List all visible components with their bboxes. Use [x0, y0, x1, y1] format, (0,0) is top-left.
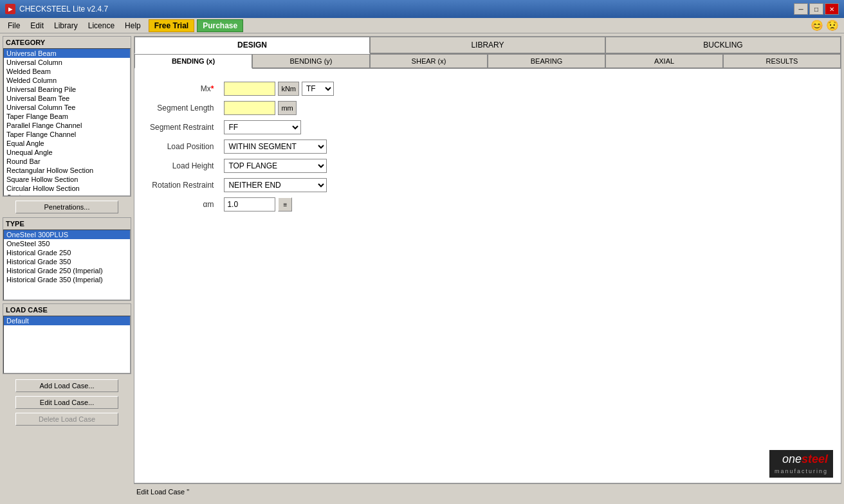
list-item[interactable]: Equal Angle — [4, 139, 130, 148]
menu-help[interactable]: Help — [120, 20, 146, 32]
top-tabs: DESIGN LIBRARY BUCKLING — [134, 37, 841, 54]
logo-one: one — [782, 453, 802, 465]
tab-buckling[interactable]: BUCKLING — [605, 37, 841, 53]
list-item[interactable]: Historical Grade 250 — [4, 248, 130, 257]
menu-licence[interactable]: Licence — [83, 20, 120, 32]
tab-bearing[interactable]: BEARING — [488, 54, 605, 68]
category-section: CATEGORY Universal BeamUniversal ColumnW… — [3, 36, 131, 197]
category-header: CATEGORY — [3, 37, 131, 48]
titlebar: ▶ CHECKSTEEL Lite v2.4.7 ─ □ ✕ — [0, 0, 844, 18]
list-item[interactable]: Unequal Angle — [4, 148, 130, 157]
tab-library[interactable]: LIBRARY — [370, 37, 605, 53]
tab-axial[interactable]: AXIAL — [605, 54, 723, 68]
list-item[interactable]: Historical Grade 350 — [4, 257, 130, 266]
alpha-m-text: αm — [203, 200, 214, 209]
load-height-field-cell: TOP FLANGESHEAR CENTREBOTTOM FLANGE — [219, 156, 339, 176]
tab-bending-y[interactable]: BENDING (y) — [252, 54, 370, 68]
list-item[interactable]: Historical Grade 250 (Imperial) — [4, 266, 130, 275]
loadcase-listbox[interactable]: Default — [3, 316, 131, 374]
list-item[interactable]: OneSteel 350 — [4, 239, 130, 248]
tab-results[interactable]: RESULTS — [723, 54, 841, 68]
add-load-case-button[interactable]: Add Load Case... — [15, 379, 118, 392]
load-position-row: Load Position WITHIN SEGMENTAT LOAD POIN… — [145, 137, 339, 156]
list-item[interactable]: Custom — [4, 193, 130, 196]
delete-load-case-button[interactable]: Delete Load Case — [15, 413, 118, 426]
list-item[interactable]: Parallel Flange Channel — [4, 121, 130, 130]
edit-load-case-button[interactable]: Edit Load Case... — [15, 396, 118, 409]
purchase-button[interactable]: Purchase — [197, 19, 243, 32]
segment-restraint-field-cell: FFFLLLLUFU — [219, 118, 339, 137]
category-listbox[interactable]: Universal BeamUniversal ColumnWelded Bea… — [3, 48, 131, 196]
list-item[interactable]: Universal Beam Tee — [4, 94, 130, 103]
menubar-icons: 😊 😟 — [811, 19, 841, 32]
list-item[interactable]: Rectangular Hollow Section — [4, 166, 130, 175]
loadcase-section: LOAD CASE Default — [3, 303, 131, 374]
rotation-restraint-row: Rotation Restraint NEITHER ENDBOTH ENDSL… — [145, 176, 339, 195]
rotation-restraint-select[interactable]: NEITHER ENDBOTH ENDSLEFT ENDRIGHT END — [224, 178, 327, 192]
alpha-m-input[interactable] — [224, 197, 275, 212]
menu-file[interactable]: File — [3, 20, 25, 32]
list-item[interactable]: Welded Column — [4, 76, 130, 85]
main-container: CATEGORY Universal BeamUniversal ColumnW… — [0, 33, 844, 501]
list-item[interactable]: Historical Grade 350 (Imperial) — [4, 275, 130, 284]
mx-unit: kNm — [278, 82, 299, 96]
right-inner: DESIGN LIBRARY BUCKLING BENDING (x) BEND… — [134, 36, 841, 483]
right-panel-wrapper: DESIGN LIBRARY BUCKLING BENDING (x) BEND… — [134, 36, 841, 499]
list-item[interactable]: Taper Flange Beam — [4, 112, 130, 121]
onesteel-logo: onesteel manufacturing — [769, 450, 833, 478]
mx-text: Mx — [201, 84, 211, 93]
list-item[interactable]: Circular Hollow Section — [4, 184, 130, 193]
list-item[interactable]: OneSteel 300PLUS — [4, 230, 130, 239]
segment-length-field-row: mm — [224, 101, 334, 115]
logo-sub: manufacturing — [775, 468, 828, 474]
maximize-button[interactable]: □ — [809, 3, 823, 15]
list-item[interactable]: Universal Column Tee — [4, 103, 130, 112]
segment-length-row: Segment Length mm — [145, 98, 339, 118]
segment-length-label: Segment Length — [145, 98, 219, 118]
tab-design[interactable]: DESIGN — [134, 37, 370, 54]
list-item[interactable]: Universal Column — [4, 58, 130, 67]
bending-form: Mx* kNm TFBF Segment Lengt — [145, 79, 339, 214]
list-item[interactable]: Round Bar — [4, 157, 130, 166]
minimize-button[interactable]: ─ — [794, 3, 808, 15]
mx-position-select[interactable]: TFBF — [302, 82, 334, 96]
type-section: TYPE OneSteel 300PLUSOneSteel 350Histori… — [3, 217, 131, 301]
load-position-field-cell: WITHIN SEGMENTAT LOAD POINT — [219, 137, 339, 156]
list-item[interactable]: Welded Beam — [4, 67, 130, 76]
segment-restraint-row: Segment Restraint FFFLLLLUFU — [145, 118, 339, 137]
penetrations-button[interactable]: Penetrations... — [15, 201, 118, 213]
load-position-label: Load Position — [145, 137, 219, 156]
list-item[interactable]: Square Hollow Section — [4, 175, 130, 184]
close-button[interactable]: ✕ — [825, 3, 839, 15]
menu-library[interactable]: Library — [49, 20, 83, 32]
loadcase-header: LOAD CASE — [3, 304, 131, 316]
alpha-m-field-cell: ≡ — [219, 195, 339, 214]
segment-length-field-cell: mm — [219, 98, 339, 118]
menu-edit[interactable]: Edit — [25, 20, 49, 32]
form-area: Mx* kNm TFBF Segment Lengt — [134, 69, 841, 224]
type-header: TYPE — [3, 218, 131, 230]
rotation-restraint-label: Rotation Restraint — [145, 176, 219, 195]
segment-length-input[interactable] — [224, 101, 275, 115]
tab-shear-x[interactable]: SHEAR (x) — [370, 54, 488, 68]
penetrations-wrapper: Penetrations... — [3, 199, 131, 215]
sub-tabs: BENDING (x) BENDING (y) SHEAR (x) BEARIN… — [134, 54, 841, 69]
tab-bending-x[interactable]: BENDING (x) — [134, 54, 252, 69]
list-item[interactable]: Default — [4, 316, 130, 325]
type-listbox[interactable]: OneSteel 300PLUSOneSteel 350Historical G… — [3, 230, 131, 300]
list-item[interactable]: Universal Bearing Pile — [4, 85, 130, 94]
list-item[interactable]: Universal Beam — [4, 49, 130, 58]
rotation-restraint-field-cell: NEITHER ENDBOTH ENDSLEFT ENDRIGHT END — [219, 176, 339, 195]
bottom-text: Edit Load Case " — [136, 488, 189, 496]
free-trial-button[interactable]: Free Trial — [149, 19, 194, 32]
calc-button[interactable]: ≡ — [278, 197, 292, 212]
main-content-area: Mx* kNm TFBF Segment Lengt — [134, 69, 841, 483]
mx-input[interactable] — [224, 82, 275, 96]
mx-label: Mx* — [145, 79, 219, 98]
segment-restraint-label: Segment Restraint — [145, 118, 219, 137]
load-height-select[interactable]: TOP FLANGESHEAR CENTREBOTTOM FLANGE — [224, 159, 327, 173]
list-item[interactable]: Taper Flange Channel — [4, 130, 130, 139]
load-position-select[interactable]: WITHIN SEGMENTAT LOAD POINT — [224, 140, 327, 154]
mx-field-cell: kNm TFBF — [219, 79, 339, 98]
segment-restraint-select[interactable]: FFFLLLLUFU — [224, 120, 301, 134]
